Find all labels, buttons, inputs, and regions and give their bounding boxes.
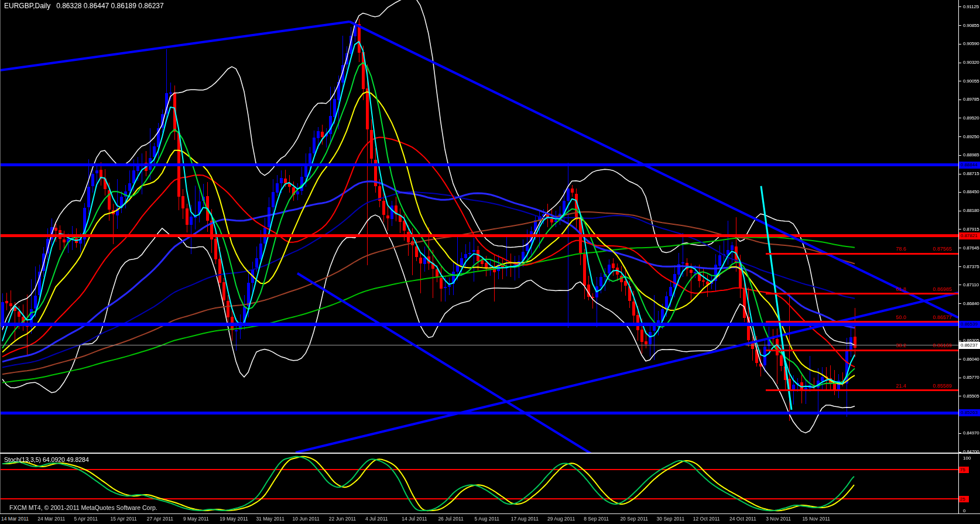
price-axis-tick-label: 0.85770: [963, 375, 979, 380]
price-axis-tick-label: 0.90320: [963, 60, 979, 65]
mt4-chart-window: EURGBP,Daily 0.86328 0.86447 0.86189 0.8…: [0, 0, 980, 524]
stoch-axis-label: 0: [963, 508, 965, 513]
price-axis-tick-mark: [958, 433, 961, 434]
price-axis-tick-mark: [958, 44, 961, 44]
price-axis-tick-mark: [958, 192, 961, 193]
fib-ratio: 50.0: [896, 314, 906, 320]
time-axis-label: 10 Jun 2011: [293, 516, 320, 522]
stoch-level-marker: 25: [959, 496, 969, 502]
price-axis-tick-mark: [958, 118, 961, 118]
fib-price: 0.85589: [933, 383, 952, 389]
price-axis-tick-label: 0.89520: [963, 115, 979, 121]
time-axis-label: 22 Jun 2011: [329, 516, 356, 522]
fib-price: 0.86169: [933, 343, 952, 348]
price-axis-tick-label: 0.85505: [963, 393, 979, 399]
price-axis-tick-mark: [958, 396, 961, 396]
price-marker-0.87821: 0.87821: [959, 232, 980, 239]
time-axis-label: 5 Aug 2011: [475, 516, 499, 522]
price-axis-tick-label: 0.86840: [963, 301, 979, 306]
time-axis-label: 20 Sep 2011: [620, 516, 648, 522]
time-axis-label: 15 Apr 2011: [111, 516, 137, 522]
price-axis-tick-mark: [958, 155, 961, 156]
price-axis-border: [958, 0, 959, 514]
fib-level-label: 38.20.86169: [808, 343, 955, 349]
time-axis-label: 19 May 2011: [220, 516, 248, 522]
price-axis-tick-label: 0.86040: [963, 357, 979, 362]
price-axis-tick-label: 0.88450: [963, 189, 979, 194]
fib-ratio: 78.6: [896, 246, 906, 252]
stochastic-indicator-label: Stoch(13,3,5) 64.0920 49.8284: [4, 456, 89, 463]
time-axis-label: 31 May 2011: [256, 516, 285, 522]
time-axis-label: 14 Jul 2011: [402, 516, 427, 522]
time-axis-label: 3 Nov 2011: [766, 516, 791, 522]
price-marker-0.85263: 0.85263: [959, 409, 980, 416]
price-axis-tick-label: 0.90590: [963, 41, 979, 46]
time-axis-label: 14 Mar 2011: [1, 516, 29, 522]
price-axis-tick-mark: [958, 452, 961, 453]
fib-level-label: 50.00.86577: [808, 314, 955, 321]
time-axis-label: 15 Nov 2011: [802, 516, 830, 522]
stoch-level-marker: 75: [959, 467, 969, 473]
time-axis-label: 30 Sep 2011: [657, 516, 685, 522]
price-axis-tick-mark: [958, 6, 961, 7]
chart-title-ohlc: EURGBP,Daily 0.86328 0.86447 0.86189 0.8…: [4, 2, 164, 10]
time-axis-label: 12 Oct 2011: [693, 516, 720, 522]
fib-ratio: 61.8: [896, 286, 906, 292]
price-axis-tick-mark: [958, 100, 961, 100]
price-axis-tick-label: 0.87645: [963, 245, 979, 251]
main-stoch-separator[interactable]: [0, 453, 980, 454]
price-axis-tick-mark: [958, 266, 961, 267]
fib-level-label: 78.60.87565: [808, 246, 955, 252]
price-axis-tick-mark: [958, 248, 961, 248]
price-axis-tick-mark: [958, 359, 961, 359]
chart-left-border: [0, 0, 1, 514]
time-axis-label: 4 Jul 2011: [365, 516, 388, 522]
price-axis-tick-label: 0.88715: [963, 171, 979, 176]
price-axis-tick-label: 0.87110: [963, 282, 979, 287]
price-axis-tick-label: 0.89250: [963, 134, 979, 139]
fib-price: 0.87565: [933, 246, 952, 252]
price-axis-tick-mark: [958, 136, 961, 137]
time-axis-label: 5 Apr 2011: [74, 516, 98, 522]
time-axis-label: 17 Aug 2011: [511, 516, 539, 522]
price-marker-0.88844: 0.88844: [959, 162, 980, 169]
fib-level-label: 21.40.85589: [808, 383, 955, 389]
price-axis-tick-mark: [958, 229, 961, 230]
fib-price: 0.86577: [933, 314, 952, 320]
price-axis-tick-label: 0.90855: [963, 23, 979, 28]
time-axis-label: 24 Oct 2011: [729, 516, 756, 522]
price-axis-tick-label: 0.88180: [963, 208, 979, 213]
price-axis-tick-mark: [958, 63, 961, 63]
time-axis-label: 29 Aug 2011: [547, 516, 575, 522]
price-axis-tick-label: 0.87375: [963, 264, 979, 269]
price-marker-0.86539: 0.86539: [959, 321, 980, 328]
time-axis-label: 26 Jul 2011: [438, 516, 463, 522]
price-axis-tick-label: 0.84970: [963, 430, 979, 436]
stoch-axis-label: 100: [963, 455, 971, 461]
price-axis-tick-label: 0.90055: [963, 78, 979, 84]
time-axis-label: 24 Mar 2011: [37, 516, 65, 522]
price-axis-tick-mark: [958, 174, 961, 174]
price-axis-tick-label: 0.91125: [963, 4, 979, 9]
fib-level-label: 61.80.86985: [808, 286, 955, 293]
price-axis-tick-mark: [958, 285, 961, 285]
copyright-label: FXCM MT4, © 2001-2011 MetaQuotes Softwar…: [9, 504, 157, 511]
price-axis-tick-mark: [958, 81, 961, 81]
price-axis-tick-label: 0.87915: [963, 227, 979, 232]
fib-price: 0.86985: [933, 286, 952, 292]
price-axis-tick-label: 0.88985: [963, 152, 979, 157]
time-axis-label: 9 May 2011: [183, 516, 209, 522]
price-marker-0.86237: 0.86237: [959, 342, 980, 349]
stoch-timeaxis-separator: [0, 513, 980, 514]
price-axis-tick-mark: [958, 303, 961, 304]
fib-ratio: 21.4: [896, 383, 906, 389]
fib-ratio: 38.2: [896, 343, 906, 348]
price-axis-tick-mark: [958, 341, 961, 341]
price-axis-tick-label: 0.84700: [963, 449, 979, 454]
price-axis-tick-mark: [958, 378, 961, 378]
time-axis-label: 27 Apr 2011: [147, 516, 173, 522]
price-axis-tick-mark: [958, 211, 961, 211]
price-axis-tick-mark: [958, 25, 961, 26]
time-axis-label: 8 Sep 2011: [584, 516, 609, 522]
price-axis-tick-label: 0.89785: [963, 97, 979, 102]
